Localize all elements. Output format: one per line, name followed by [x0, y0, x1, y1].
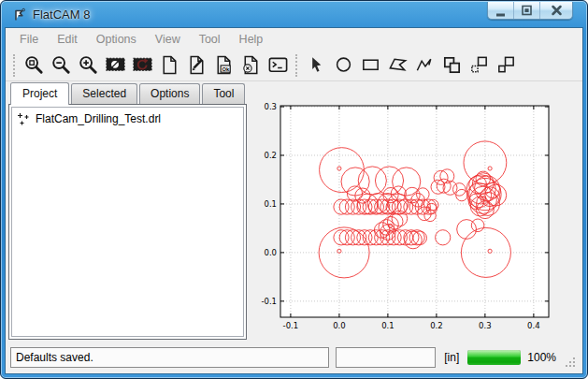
units-label: [in]	[442, 351, 461, 364]
minimize-icon	[492, 2, 509, 19]
minimize-button[interactable]	[488, 2, 514, 19]
app-window: FlatCAM 8 FileEditOptionsViewToolHelp Ok…	[0, 0, 588, 379]
svg-text:Ok: Ok	[222, 66, 230, 72]
svg-text:0.1: 0.1	[264, 199, 277, 209]
union-tool-icon	[441, 54, 463, 76]
status-secondary	[336, 347, 436, 368]
zoom-fit-button[interactable]	[21, 51, 48, 79]
maximize-icon	[518, 2, 536, 19]
menubar: FileEditOptionsViewToolHelp	[6, 28, 582, 50]
statusbar: Defaults saved. [in] 100%	[6, 344, 582, 373]
resize-grip-icon[interactable]	[565, 357, 576, 368]
zoom-in-button[interactable]	[75, 51, 102, 79]
save-ok-icon: Ok	[213, 54, 235, 76]
rectangle-tool-button[interactable]	[357, 51, 384, 79]
delete-object-icon	[240, 54, 262, 76]
delete-object-button[interactable]	[237, 51, 265, 79]
polygon-tool-icon	[387, 54, 409, 76]
menu-tool[interactable]: Tool	[190, 30, 230, 49]
left-panel: ProjectSelectedOptionsTool FlatCam_Drill…	[6, 81, 250, 344]
svg-text:0.3: 0.3	[264, 102, 277, 111]
drill-icon	[17, 112, 30, 125]
tab-options[interactable]: Options	[139, 83, 200, 104]
svg-text:0.0: 0.0	[333, 321, 346, 330]
progress-bar	[467, 350, 521, 365]
toolbar-drag-handle[interactable]	[295, 54, 297, 77]
flatcam-logo-icon	[11, 7, 27, 22]
drill-plot[interactable]: -0.10.00.10.20.30.4-0.10.00.10.20.3	[253, 81, 582, 344]
new-project-icon	[159, 54, 180, 76]
toolbar-drag-handle[interactable]	[13, 54, 15, 77]
array-tool-icon	[495, 54, 517, 76]
svg-text:-0.1: -0.1	[283, 321, 299, 330]
project-tree-frame: FlatCam_Drilling_Test.drl	[8, 104, 247, 340]
copy-tool-icon	[468, 54, 490, 76]
clear-plot-button[interactable]	[102, 51, 129, 79]
tabbar: ProjectSelectedOptionsTool	[8, 83, 250, 104]
menu-edit[interactable]: Edit	[48, 30, 87, 49]
menu-file[interactable]: File	[10, 30, 48, 49]
select-tool-button[interactable]	[303, 51, 330, 79]
tab-tool[interactable]: Tool	[202, 83, 245, 104]
open-project-button[interactable]	[183, 51, 210, 79]
save-ok-button[interactable]: Ok	[210, 51, 237, 79]
clear-plot-icon	[105, 54, 126, 76]
new-project-button[interactable]	[156, 51, 183, 79]
svg-text:0.2: 0.2	[430, 321, 443, 330]
window-title: FlatCAM 8	[33, 7, 90, 22]
window-controls	[487, 2, 573, 20]
array-tool-button[interactable]	[493, 51, 520, 79]
zoom-out-icon	[50, 54, 72, 76]
maximize-button[interactable]	[514, 2, 540, 19]
svg-text:-0.1: -0.1	[261, 297, 277, 306]
menu-help[interactable]: Help	[230, 30, 273, 49]
shell-icon	[267, 54, 289, 76]
replot-icon	[132, 54, 153, 76]
svg-text:0.1: 0.1	[381, 321, 394, 330]
menu-view[interactable]: View	[146, 30, 190, 49]
copy-tool-button[interactable]	[466, 51, 493, 79]
close-button[interactable]	[540, 2, 572, 19]
svg-text:0.2: 0.2	[264, 151, 277, 160]
tab-selected[interactable]: Selected	[71, 83, 137, 104]
polyline-tool-icon	[414, 54, 436, 76]
client-area: FileEditOptionsViewToolHelp Ok ProjectSe…	[5, 27, 583, 374]
progress-percent-label: 100%	[527, 351, 556, 364]
zoom-out-button[interactable]	[48, 51, 75, 79]
polygon-tool-button[interactable]	[384, 51, 411, 79]
zoom-in-icon	[78, 54, 99, 76]
circle-tool-icon	[333, 54, 354, 76]
tree-item-drill-object[interactable]: FlatCam_Drilling_Test.drl	[12, 108, 243, 125]
close-icon	[548, 2, 566, 19]
progress-fill	[467, 350, 521, 365]
titlebar[interactable]: FlatCAM 8	[3, 2, 585, 27]
open-project-icon	[186, 54, 208, 76]
polyline-tool-button[interactable]	[411, 51, 438, 79]
rectangle-tool-icon	[360, 54, 381, 76]
project-tree[interactable]: FlatCam_Drilling_Test.drl	[11, 107, 244, 337]
menu-options[interactable]: Options	[87, 30, 146, 49]
svg-text:0.3: 0.3	[479, 321, 492, 330]
svg-text:0.0: 0.0	[264, 248, 277, 257]
zoom-fit-icon	[23, 54, 45, 76]
circle-tool-button[interactable]	[330, 51, 357, 79]
status-message: Defaults saved.	[10, 347, 329, 368]
tab-project[interactable]: Project	[10, 82, 69, 105]
shell-button[interactable]	[265, 51, 292, 79]
union-tool-button[interactable]	[438, 51, 466, 79]
content: ProjectSelectedOptionsTool FlatCam_Drill…	[6, 81, 582, 344]
plot-canvas[interactable]: -0.10.00.10.20.30.4-0.10.00.10.20.3	[253, 81, 582, 344]
tree-item-label: FlatCam_Drilling_Test.drl	[36, 112, 161, 125]
toolbar: Ok	[6, 50, 582, 81]
replot-button[interactable]	[129, 51, 156, 79]
select-tool-icon	[306, 54, 327, 76]
svg-text:0.4: 0.4	[527, 321, 540, 330]
